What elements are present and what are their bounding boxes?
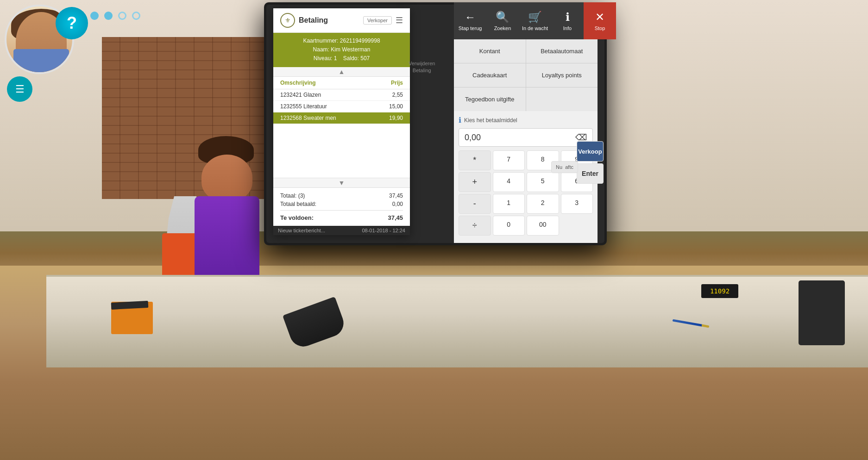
saldo-label: Saldo: <box>343 55 359 62</box>
player-head <box>201 155 252 201</box>
numpad-1[interactable]: 1 <box>493 194 525 214</box>
item-code-2: 1232555 Literatuur <box>280 103 327 110</box>
numpad-0[interactable]: 0 <box>493 216 525 236</box>
numpad-plus[interactable]: + <box>459 172 491 192</box>
nav-down-arrow[interactable]: ▼ <box>339 179 345 186</box>
payment-loyaltys-points[interactable]: Loyaltys points <box>526 63 598 87</box>
item-code-3: 1232568 Sweater men <box>280 115 336 121</box>
enter-button[interactable]: Enter <box>577 163 604 184</box>
receipt-logo: ⚜ Betaling <box>280 13 328 28</box>
calc-value: 0,00 <box>465 133 481 143</box>
numpad-minus[interactable]: - <box>459 194 491 214</box>
naam-label: Naam: <box>313 46 329 53</box>
te-voldoen-value: 37,45 <box>388 214 403 221</box>
numpad-4[interactable]: 4 <box>493 172 525 192</box>
calc-display: 0,00 ⌫ <box>459 128 593 147</box>
ticker-bar: Nieuw tickerbericht... 08-01-2018 - 12:2… <box>273 226 410 235</box>
calc-hint-text: Kies het betaalmiddel <box>464 117 517 124</box>
progress-dot-2 <box>104 12 113 20</box>
till-display: 11092 <box>701 284 738 298</box>
totaal-betaald-row: Totaal betaald: 0,00 <box>280 200 403 208</box>
numpad-divide[interactable]: ÷ <box>459 216 491 236</box>
te-voldoen-label: Te voldoen: <box>280 214 314 221</box>
avatar-shirt <box>13 49 69 72</box>
numpad-7[interactable]: 7 <box>493 150 525 170</box>
store-counter <box>46 275 868 367</box>
search-icon: 🔍 <box>496 11 509 24</box>
receipt-header-right: Verkoper ☰ <box>363 15 403 25</box>
receipt-menu-button[interactable]: ☰ <box>396 15 403 25</box>
verkoop-enter-area: Verkoop Enter <box>577 141 604 184</box>
queue-button[interactable]: 🛒 In de wacht <box>519 2 551 39</box>
totals-section: Totaal: (3) 37,45 Totaal betaald: 0,00 T… <box>273 187 410 226</box>
search-button[interactable]: 🔍 Zoeken <box>486 2 519 39</box>
receipt-title: Betaling <box>299 16 328 25</box>
phone-device <box>799 280 845 345</box>
stop-label: Stop <box>595 25 605 31</box>
numpad-multiply[interactable]: * <box>459 150 491 170</box>
ticker-datetime: 08-01-2018 - 12:24 <box>362 228 405 233</box>
totaal-row: Totaal: (3) 37,45 <box>280 192 403 200</box>
naam-value: Kim Westerman <box>331 46 370 53</box>
numpad-3[interactable]: 3 <box>561 194 593 214</box>
counter-items <box>111 302 153 343</box>
help-icon: ? <box>67 13 77 33</box>
help-bubble[interactable]: ? <box>56 7 88 39</box>
back-label: Stap terug <box>459 25 482 31</box>
toolbar: ← Stap terug 🔍 Zoeken 🛒 In de wacht ℹ In… <box>454 2 598 39</box>
payment-cadeaukaart[interactable]: Cadeaukaart <box>454 63 526 87</box>
verkoop-button[interactable]: Verkoop <box>577 141 604 162</box>
niveau-label: Niveau: <box>314 55 333 62</box>
queue-label: In de wacht <box>522 25 548 31</box>
logo-symbol: ⚜ <box>285 17 291 24</box>
stop-button[interactable]: ✕ Stop <box>584 2 616 39</box>
back-button[interactable]: ← Stap terug <box>454 2 486 39</box>
payment-tegoedbon[interactable]: Tegoedbon uitgifte <box>454 87 526 111</box>
items-table: Omschrijving Prijs 1232421 Glazen 2,55 1… <box>273 77 410 178</box>
back-icon: ← <box>465 11 476 24</box>
saldo-value: 507 <box>360 55 370 62</box>
niveau-value: 1 <box>334 55 337 62</box>
customer-card: Kaartnummer: 2621194999998 Naam: Kim Wes… <box>273 33 410 67</box>
table-row[interactable]: 1232421 Glazen 2,55 <box>273 89 410 101</box>
counter-books <box>111 302 153 343</box>
payment-kontant[interactable]: Kontant <box>454 39 526 63</box>
numpad-2[interactable]: 2 <box>527 194 559 214</box>
nav-up-area: ▲ <box>273 67 410 77</box>
info-label: Info <box>563 25 572 31</box>
seller-button[interactable]: Verkoper <box>363 16 392 25</box>
progress-dot-1 <box>90 12 99 20</box>
nav-up-arrow[interactable]: ▲ <box>339 68 345 75</box>
progress-dot-3 <box>118 12 126 20</box>
info-button[interactable]: ℹ Info <box>551 2 584 39</box>
numpad-double-zero[interactable]: 00 <box>527 216 559 236</box>
stop-icon: ✕ <box>595 11 604 24</box>
logo-icon: ⚜ <box>280 13 295 28</box>
nu-aftc-btn[interactable]: Nu aftc <box>551 161 578 173</box>
payment-betaalautomaat[interactable]: Betaalautomaat <box>526 39 598 63</box>
col-omschrijving: Omschrijving <box>280 80 316 86</box>
progress-dots <box>90 12 140 20</box>
info-icon: ℹ <box>566 11 570 24</box>
kaartnummer-label: Kaartnummer: <box>303 37 338 44</box>
calculator-section: ℹ Kies het betaalmiddel 0,00 ⌫ * 7 8 9 +… <box>454 111 598 243</box>
search-label: Zoeken <box>494 25 511 31</box>
te-voldoen-row: Te voldoen: 37,45 <box>280 212 403 222</box>
calc-hint: ℹ Kies het betaalmiddel <box>459 116 593 124</box>
payment-empty <box>526 87 598 111</box>
queue-icon: 🛒 <box>528 11 542 24</box>
verwijderen-area[interactable]: VerwijderenBetaling <box>409 60 435 75</box>
col-prijs: Prijs <box>391 80 403 86</box>
table-row-selected[interactable]: 1232568 Sweater men 19,90 <box>273 112 410 124</box>
receipt-header: ⚜ Betaling Verkoper ☰ <box>273 8 410 33</box>
item-price-3: 19,90 <box>389 115 403 121</box>
receipt-panel: ⚜ Betaling Verkoper ☰ Kaartnummer: 26211… <box>273 8 410 235</box>
item-price-1: 2,55 <box>392 92 403 98</box>
customer-info: Kaartnummer: 2621194999998 Naam: Kim Wes… <box>280 37 403 63</box>
numpad-5[interactable]: 5 <box>527 172 559 192</box>
menu-button[interactable]: ☰ <box>7 76 32 102</box>
totaal-label: Totaal: (3) <box>280 193 305 199</box>
table-row[interactable]: 1232555 Literatuur 15,00 <box>273 101 410 112</box>
totaal-betaald-label: Totaal betaald: <box>280 201 316 207</box>
till-number: 11092 <box>710 287 730 295</box>
